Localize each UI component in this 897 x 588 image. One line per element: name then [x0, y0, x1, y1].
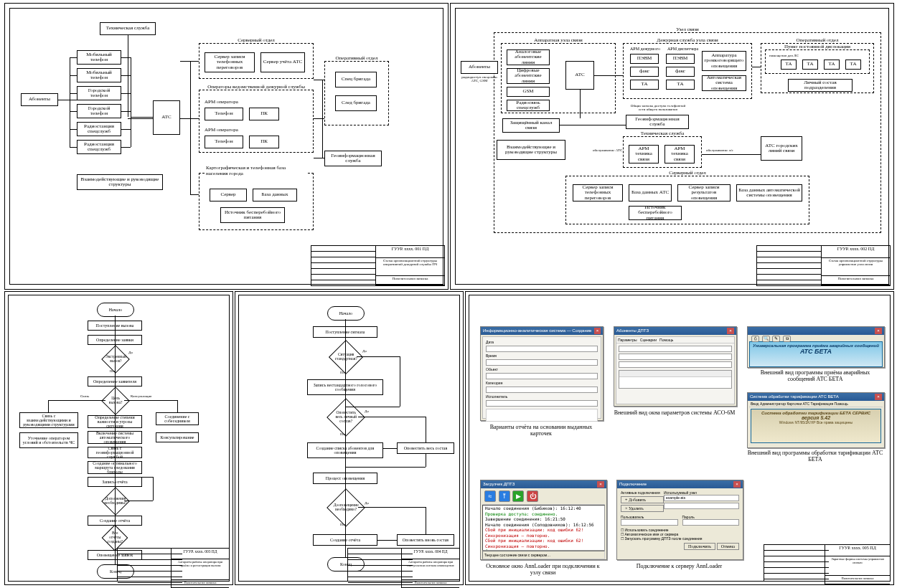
- box-armtech1: АРМ техника связи: [629, 145, 659, 163]
- title-block-bl: ГУУР. хххх. 003 ПД Алгоритм работы опера…: [117, 548, 230, 582]
- box-telefon1: Телефон: [205, 108, 243, 120]
- tab[interactable]: Сценарии: [640, 338, 657, 342]
- box-pevm2: ПЭВМ: [666, 54, 695, 64]
- box-ibp: Источник бесперебойного питания: [220, 207, 285, 223]
- close-icon[interactable]: ×: [597, 481, 604, 488]
- win-conn-title: Подключение: [619, 480, 647, 488]
- label-link1: радиодоступ спецсвязи АТС, GSM: [461, 75, 498, 82]
- tool-icon[interactable]: ⧉: [783, 336, 791, 342]
- win-annloader[interactable]: Загрузчик ДПТЗ× ≈ ⤒ ▶ ⏻ Начало соединени…: [480, 480, 607, 560]
- log-line: Сбой при инициализации: код ошибки 62!: [483, 527, 604, 533]
- close-icon[interactable]: ×: [875, 328, 882, 334]
- group-kart-title: Картографическая и телефонная база насел…: [205, 165, 308, 176]
- checkbox[interactable]: ☐: [621, 536, 624, 541]
- input[interactable]: [619, 361, 732, 368]
- btn-cancel[interactable]: Отмена: [717, 543, 739, 550]
- btn-connect[interactable]: Подключить: [684, 543, 715, 550]
- box-abonenty2: Абоненты: [461, 61, 498, 74]
- close-icon[interactable]: ×: [594, 328, 601, 334]
- input[interactable]: [619, 346, 732, 352]
- group-oper-otdel: Оперативный отдел: [324, 61, 389, 125]
- stamp: ГУУР. хххх. 005 ПД: [825, 545, 890, 556]
- subtitle: Пояснительная записка: [376, 276, 444, 285]
- tool-icon[interactable]: ▶: [512, 490, 524, 502]
- box-zashkanal: Защищённый канал связи: [502, 118, 560, 133]
- box-digital: Цифровые абонентские линии: [507, 68, 550, 84]
- grid-panel[interactable]: [619, 370, 732, 389]
- tab[interactable]: Параметры: [618, 338, 637, 342]
- combo[interactable]: example-ats: [664, 495, 739, 501]
- stamp: ГУУР. хххх. 002 ПД: [822, 246, 890, 258]
- serv-line3: Windows NT/95/2K/XP Все права защищены: [753, 420, 879, 425]
- input[interactable]: [619, 354, 732, 360]
- box-gortel1: Городской телефон: [77, 86, 121, 100]
- box-mobtel2: Мобильный телефон: [77, 68, 121, 82]
- lbl-arm-dez: АРМ дежурного: [630, 47, 660, 51]
- box-ta6: ТА: [845, 60, 861, 70]
- input[interactable]: [486, 346, 598, 352]
- menu-bar[interactable]: Ввод Администратор Карточки АТС Тарифика…: [749, 401, 883, 407]
- input-user[interactable]: [621, 519, 678, 526]
- lbl-linktech: обслуживание АТС: [593, 148, 622, 152]
- box-pk1: ПК: [249, 108, 279, 120]
- input[interactable]: [486, 387, 598, 393]
- lbl2-yes2: Да: [365, 409, 369, 413]
- close-icon[interactable]: ×: [727, 328, 734, 334]
- title: Алгоритм работы оператора при поступлени…: [402, 559, 459, 580]
- title: Схема организационной структуры управлен…: [822, 258, 890, 276]
- close-icon[interactable]: ×: [733, 481, 741, 488]
- log-line: Синхронизация — повторно.: [483, 544, 604, 549]
- box-lich: Личный состав подразделения: [788, 79, 853, 92]
- tool-icon[interactable]: ≈: [484, 490, 496, 502]
- log-line: Проверка доступа: соединено.: [483, 511, 604, 517]
- box-ibp2: Источник бесперебойного питания: [629, 206, 682, 220]
- log-line: Завершение соединения: 16:21:50: [483, 516, 604, 522]
- tool-icon[interactable]: ⤒: [499, 490, 510, 502]
- lbl2-yes: Да: [362, 349, 367, 353]
- box-ta5: ТА: [824, 60, 840, 70]
- box-sled: След бригада: [335, 95, 377, 111]
- field-label: Объект: [486, 367, 598, 371]
- tool-icon[interactable]: ✎: [772, 336, 780, 342]
- subtitle: Пояснительная записка: [822, 276, 890, 285]
- input[interactable]: [486, 400, 598, 407]
- btn-del[interactable]: × Удалить: [621, 505, 664, 512]
- win-report-title: Информационно-аналитическая система — Со…: [483, 327, 594, 335]
- tab[interactable]: Помощь: [659, 338, 673, 342]
- win-connect[interactable]: Подключение× Активные подключения + Доба…: [616, 480, 743, 560]
- box-mobtel1: Мобильный телефон: [77, 50, 121, 65]
- close-icon[interactable]: ×: [875, 394, 882, 400]
- box-gortel2: Городской телефон: [77, 104, 121, 118]
- win-aso[interactable]: Абоненты ДПТЗ× Параметры Сценарии Помощь: [614, 326, 737, 407]
- box-telefon2: Телефон: [205, 136, 243, 148]
- tool-icon[interactable]: ⎙: [751, 336, 759, 342]
- tool-icon[interactable]: ⏻: [527, 490, 538, 502]
- group-app-title: Аппаратная узла связи: [532, 37, 584, 43]
- win-report[interactable]: Информационно-аналитическая система — Со…: [480, 326, 604, 421]
- combo[interactable]: [664, 503, 739, 509]
- fc-l2: Уточнение оператором условий и обстоятел…: [19, 432, 78, 448]
- box-srv-rec: Сервер записи телефонных переговоров: [573, 184, 623, 201]
- caption-3: Внешний вид программы приёма аварийных с…: [747, 369, 883, 382]
- win-atsbeta[interactable]: × ⎙ 🔍 ✎ ⧉ Универсальная программа приёма…: [747, 326, 885, 368]
- win-tarif-title: Система обработки тарификации АТС БЕТА: [750, 393, 839, 401]
- sheet-top-left: Техническая служба АТС Абоненты Мобильны…: [4, 3, 448, 290]
- box-ta3: ТА: [781, 60, 797, 70]
- input[interactable]: [486, 359, 598, 366]
- banner-line2: АТС БЕТА: [751, 348, 880, 355]
- btn-add[interactable]: + Добавить: [621, 496, 664, 503]
- field-label: Время: [486, 354, 598, 358]
- box-faks1: факс: [630, 67, 659, 77]
- input[interactable]: [486, 373, 598, 379]
- chk-label: Запускать программу ДПТЗ после соединени…: [624, 536, 702, 541]
- log-line: Начало соединения (Бибиков): 16:12:40: [483, 506, 604, 511]
- box-abonenty: Абоненты: [21, 93, 58, 106]
- caption-1: Варианты отчёта на основании выданных ка…: [480, 424, 602, 437]
- box-armtech2: АРМ техника связи: [664, 145, 695, 163]
- tool-icon[interactable]: 🔍: [762, 336, 770, 342]
- field-label: Дата: [486, 340, 598, 344]
- win-tarif[interactable]: Система обработки тарификации АТС БЕТА× …: [747, 392, 885, 448]
- title-block-bm: ГУУР. хххх. 004 ПД Алгоритм работы опера…: [347, 548, 460, 582]
- box-server-ats: Сервер учёта АТС: [260, 52, 305, 72]
- input-pass[interactable]: [682, 519, 740, 526]
